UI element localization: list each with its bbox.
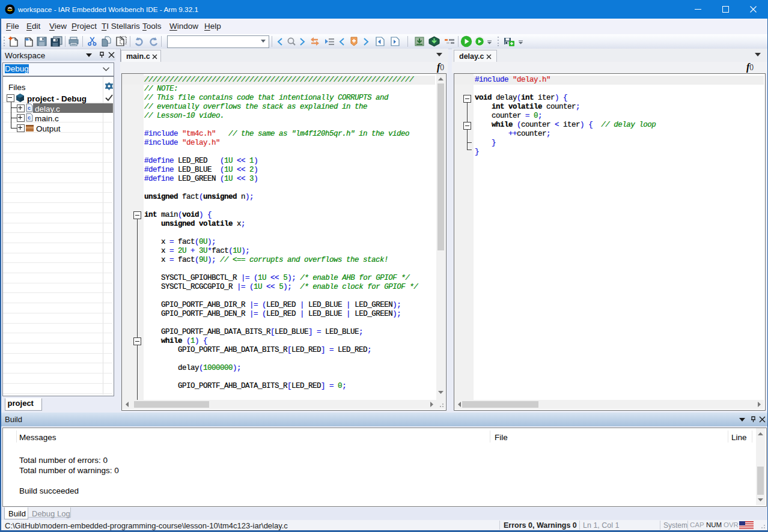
svg-text:c: c: [28, 115, 31, 121]
svg-text:c: c: [28, 105, 31, 111]
